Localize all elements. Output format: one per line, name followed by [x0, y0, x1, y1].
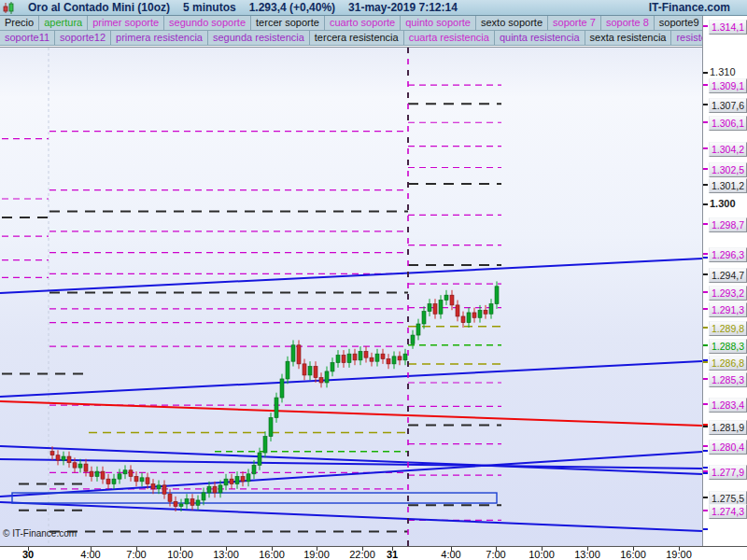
toolbar-item-precio[interactable]: Precio	[0, 16, 39, 31]
candle-body	[56, 455, 60, 460]
candle-body	[353, 354, 357, 360]
axis-tick-black	[703, 72, 708, 74]
candle-body	[433, 304, 437, 315]
candle-body	[325, 371, 329, 383]
trend-line-red	[0, 401, 702, 426]
candle-body	[416, 324, 420, 335]
candle-body	[185, 499, 189, 504]
candle-body	[247, 474, 250, 482]
copyright-label: © IT-Finance.com	[3, 528, 77, 539]
toolbar-item-resistencia7[interactable]: resistencia7	[671, 31, 702, 46]
axis-tick-black	[703, 184, 708, 186]
price-zone-rectangle	[12, 493, 497, 503]
candle-body	[269, 418, 273, 437]
candle-body	[308, 367, 312, 375]
candle-body	[314, 367, 317, 378]
candle-body	[280, 379, 284, 398]
price-label: 1.277,9	[709, 465, 747, 480]
candle-body	[258, 453, 261, 465]
trend-line-blue	[0, 259, 702, 293]
candle-body	[275, 398, 278, 417]
axis-tick-black	[703, 203, 708, 205]
candle-body	[495, 287, 499, 304]
toolbar-item-tercer-soporte[interactable]: tercer soporte	[251, 16, 325, 31]
candle-body	[303, 364, 306, 375]
candle-body	[218, 485, 222, 493]
toolbar-item-quinto-soporte[interactable]: quinto soporte	[401, 16, 476, 31]
candle-body	[123, 470, 127, 474]
toolbar-item-primer-soporte[interactable]: primer soporte	[88, 16, 164, 31]
time-tick	[91, 547, 92, 551]
candle-body	[84, 464, 88, 471]
price-label: 1.286,8	[709, 356, 747, 371]
price-label: 1.307,6	[709, 98, 747, 113]
trend-line-blue	[0, 502, 702, 531]
axis-tick-blue	[703, 528, 708, 530]
brand-label: IT-Finance.com	[649, 1, 730, 14]
toolbar-item-quinta-resistencia[interactable]: quinta resistencia	[495, 31, 585, 46]
candle-body	[398, 357, 402, 360]
candle-body	[392, 357, 396, 364]
toolbar-item-tercera-resistencia[interactable]: tercera resistencia	[310, 31, 404, 46]
candle-body	[151, 484, 155, 489]
candle-body	[78, 464, 82, 468]
candle-body	[207, 486, 211, 493]
time-tick	[542, 547, 543, 551]
toolbar-item-segunda-resistencia[interactable]: segunda resistencia	[208, 31, 310, 46]
price-label: 1.302,5	[709, 162, 747, 177]
price-label: 1.304,2	[709, 142, 747, 157]
candle-body	[456, 305, 459, 316]
candle-body	[411, 335, 415, 343]
chart-drawing-layer	[0, 48, 702, 547]
candle-body	[224, 479, 228, 485]
toolbar-item-cuarta-resistencia[interactable]: cuarta resistencia	[404, 31, 495, 46]
candle-body	[428, 304, 431, 312]
candle-body	[450, 295, 454, 305]
axis-tick-magenta	[703, 403, 708, 405]
candle-body	[319, 378, 323, 383]
candle-body	[67, 456, 71, 463]
price-label: 1.309,1	[709, 78, 747, 93]
toolbar-row-1: Precioaperturaprimer soportesegundo sopo…	[0, 16, 702, 31]
price-label: 1.283,4	[709, 398, 747, 413]
candle-body	[370, 357, 374, 361]
candle-body	[484, 310, 487, 314]
candle-body	[375, 354, 379, 361]
axis-tick-olive	[703, 327, 708, 329]
toolbar-item-sexta-resistencia[interactable]: sexta resistencia	[585, 31, 672, 46]
candle-body	[291, 345, 295, 361]
candle-body	[106, 479, 110, 483]
chart-canvas[interactable]: © IT-Finance.com	[0, 47, 702, 547]
toolbar-item-sexto-soporte[interactable]: sexto soporte	[476, 16, 548, 31]
axis-tick-magenta	[703, 378, 708, 380]
time-tick	[362, 547, 363, 551]
toolbar-item-soporte-8[interactable]: soporte 8	[601, 16, 655, 31]
axis-tick-red	[703, 424, 708, 426]
axis-tick-olive	[703, 361, 708, 363]
candle-body	[202, 493, 205, 500]
datetime-label: 31-may-2019 7:12:14	[348, 1, 458, 14]
toolbar-item-segundo-soporte[interactable]: segundo soporte	[164, 16, 251, 31]
toolbar-item-soporte9[interactable]: soporte9	[655, 16, 702, 31]
toolbar-item-soporte11[interactable]: soporte11	[0, 31, 55, 46]
candle-body	[129, 470, 133, 477]
price-label: 1.280,4	[709, 440, 747, 455]
toolbar-item-apertura[interactable]: apertura	[39, 16, 88, 31]
time-axis[interactable]: 304:007:0010:0013:0016:0019:0022:00314:0…	[0, 546, 747, 560]
price-label: 1.291,3	[709, 302, 747, 317]
toolbar-item-soporte-7[interactable]: soporte 7	[548, 16, 601, 31]
title-bar: Oro al Contado Mini (10oz) 5 minutos 1.2…	[0, 0, 747, 16]
price-axis[interactable]: 1.314,11.3101.309,11.307,61.306,11.304,2…	[702, 16, 747, 546]
candle-body	[461, 316, 465, 323]
axis-tick-blue	[703, 359, 708, 361]
toolbar-item-cuarto-soporte[interactable]: cuarto soporte	[325, 16, 401, 31]
price-label: 1.314,1	[709, 20, 747, 35]
toolbar-item-soporte12[interactable]: soporte12	[55, 31, 111, 46]
trend-line-blue	[0, 361, 702, 397]
price-label: 1.306,1	[709, 116, 747, 131]
axis-tick-blue	[703, 450, 708, 452]
candle-body	[235, 476, 239, 483]
axis-tick-magenta	[703, 121, 708, 123]
toolbar-item-primera-resistencia[interactable]: primera resistencia	[111, 31, 208, 46]
axis-tick-magenta	[703, 147, 708, 149]
